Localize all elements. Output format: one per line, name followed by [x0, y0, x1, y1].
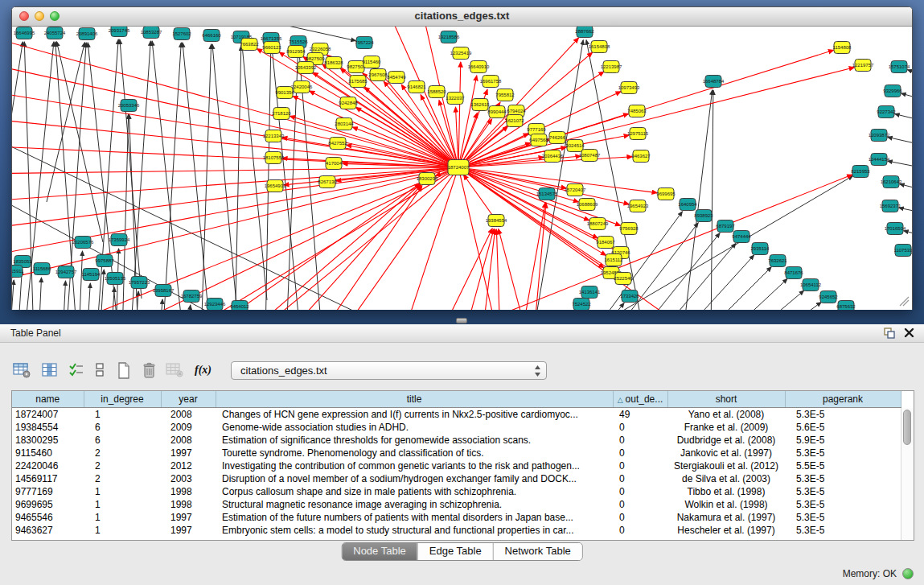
graph-node[interactable]: 10973493	[618, 82, 640, 94]
graph-node[interactable]: 8990444	[487, 106, 507, 118]
table-row[interactable]: 1456911722003Disruption of a novel membe…	[12, 472, 901, 485]
graph-node[interactable]: 1733426	[620, 290, 639, 303]
graph-node[interactable]: 9245652	[819, 291, 838, 303]
graph-node[interactable]: 417004	[326, 158, 343, 170]
graph-node[interactable]: 8938923	[694, 210, 713, 222]
graph-node[interactable]: 7957224	[355, 37, 374, 49]
graph-node[interactable]: 22420046	[291, 81, 313, 93]
graph-node[interactable]: 15720407	[565, 184, 586, 196]
splitter-handle[interactable]	[456, 318, 467, 323]
graph-node[interactable]: 1154808	[833, 42, 852, 54]
graph-node[interactable]: 9756928	[619, 223, 639, 235]
row-height-icon[interactable]	[95, 360, 105, 381]
tab-node-table[interactable]: Node Table	[342, 543, 417, 560]
column-header-year[interactable]: year	[161, 391, 216, 408]
graph-node[interactable]: 20891406	[76, 28, 98, 40]
minimize-window-icon[interactable]	[35, 11, 44, 21]
graph-node[interactable]: 3175685	[348, 76, 368, 88]
graph-node[interactable]: 14136141	[579, 286, 601, 299]
table-source-select[interactable]: citations_edges.txt	[231, 361, 547, 380]
column-header-pagerank[interactable]: pagerank	[785, 391, 901, 408]
graph-node[interactable]: 12219757	[852, 60, 874, 72]
graph-node[interactable]: 9474444	[732, 231, 751, 243]
float-panel-icon[interactable]	[884, 328, 895, 339]
graph-node[interactable]: 7663822	[240, 39, 259, 51]
create-column-icon[interactable]	[117, 360, 131, 381]
graph-node[interactable]: 10543392	[295, 62, 317, 74]
network-graph[interactable]: 16646995 24055724 20891406 20931745 1085…	[12, 27, 912, 310]
graph-node[interactable]: 7485063	[627, 105, 647, 117]
graph-node[interactable]: 746266	[549, 132, 566, 144]
graph-node[interactable]: 13505135	[105, 273, 126, 285]
graph-node[interactable]: 8427552	[328, 138, 347, 150]
graph-node[interactable]: 12444154	[869, 154, 890, 166]
table-row[interactable]: 1872400712008Changes of HCN gene express…	[12, 408, 901, 422]
graph-node[interactable]: 16154808	[589, 41, 610, 53]
close-panel-icon[interactable]	[903, 327, 915, 339]
graph-node[interactable]: 9463627	[631, 150, 651, 163]
graph-node[interactable]: 20206576	[72, 237, 94, 249]
column-header-name[interactable]: name	[12, 391, 84, 408]
graph-node[interactable]: 2522546	[614, 273, 633, 285]
graph-node[interactable]: 15692371	[880, 200, 901, 212]
show-columns-icon[interactable]	[41, 360, 59, 381]
table-row[interactable]: 911546021997Tourette syndrome. Phenomeno…	[12, 447, 901, 459]
graph-node[interactable]: 8912954	[286, 46, 306, 58]
function-builder-icon[interactable]: f(x)	[195, 360, 211, 381]
graph-node[interactable]: 12975115	[627, 128, 649, 140]
graph-node[interactable]: 20364436	[542, 150, 564, 163]
graph-node[interactable]: 16640910	[468, 61, 490, 73]
graph-node[interactable]: 2887662	[575, 27, 594, 38]
graph-node[interactable]: 20053346	[118, 100, 140, 112]
graph-node[interactable]: 9454012	[230, 301, 249, 311]
graph-node[interactable]: 1322037	[446, 93, 465, 105]
graph-node[interactable]: 9115460	[363, 56, 382, 68]
graph-node[interactable]: 12213987	[601, 61, 622, 73]
graph-node[interactable]: 9184067	[596, 237, 615, 249]
network-window[interactable]: citations_edges.txt 16646995 24055724 20…	[11, 6, 913, 310]
table-row[interactable]: 946554611997Estimation of the future num…	[12, 511, 901, 524]
graph-node[interactable]: 7955812	[495, 89, 515, 101]
graph-node[interactable]: 10654112	[800, 279, 822, 291]
graph-node[interactable]: 9975887	[95, 255, 114, 267]
graph-node[interactable]: 9242848	[339, 97, 358, 109]
graph-node[interactable]: 3915911	[12, 266, 24, 278]
graph-node[interactable]: 16648784	[703, 76, 725, 88]
graph-node[interactable]: 6879197	[716, 220, 735, 233]
graph-node[interactable]: 17016504	[885, 223, 906, 235]
table-row[interactable]: 2242004622012Investigating the contribut…	[12, 459, 901, 472]
graph-node[interactable]: 12325419	[450, 47, 472, 60]
graph-node[interactable]: 7524522	[572, 299, 591, 311]
graph-node[interactable]: 8215953	[851, 166, 870, 178]
column-checklist-icon[interactable]	[68, 360, 84, 381]
graph-node[interactable]: 19654903	[265, 180, 286, 192]
graph-node[interactable]: 8186328	[324, 57, 343, 69]
column-header-out_de[interactable]: △out_de...	[613, 391, 667, 408]
graph-node[interactable]: 6497568	[529, 134, 548, 146]
graph-node[interactable]: 8454749	[387, 72, 406, 84]
graph-node[interactable]: 1145194	[82, 269, 101, 281]
delete-column-icon[interactable]	[142, 360, 156, 381]
graph-node[interactable]: 16782759	[181, 290, 203, 303]
tab-network-table[interactable]: Network Table	[493, 543, 582, 560]
table-scrollbar[interactable]	[901, 408, 914, 540]
graph-node[interactable]: 16210643	[881, 176, 902, 188]
graph-node[interactable]: 9227342	[877, 106, 896, 118]
graph-node[interactable]: 9329966	[883, 85, 902, 97]
graph-node[interactable]: 13958167	[153, 285, 175, 297]
table-row[interactable]: 969969511998Structural magnetic resonanc…	[12, 498, 901, 511]
graph-node[interactable]: 12213343	[263, 130, 285, 142]
graph-node[interactable]: 1527602	[172, 28, 191, 40]
graph-node[interactable]: 2718120	[272, 108, 291, 120]
table-mode-icon[interactable]	[13, 360, 31, 381]
graph-node[interactable]: 9146821	[407, 81, 426, 93]
resize-grip-icon[interactable]	[900, 297, 909, 306]
column-header-in_degree[interactable]: in_degree	[84, 391, 161, 408]
graph-node[interactable]: 1107533	[894, 245, 912, 257]
table-row[interactable]: 1938455462009Genome-wide association stu…	[12, 421, 901, 434]
graph-node[interactable]: 6875632	[836, 301, 856, 311]
graph-node[interactable]: 8267130	[318, 176, 337, 188]
node-table[interactable]: namein_degreeyeartitle△out_de...shortpag…	[11, 390, 914, 541]
graph-node[interactable]: 10853287	[141, 27, 162, 39]
graph-node[interactable]: 18107554	[263, 152, 285, 164]
